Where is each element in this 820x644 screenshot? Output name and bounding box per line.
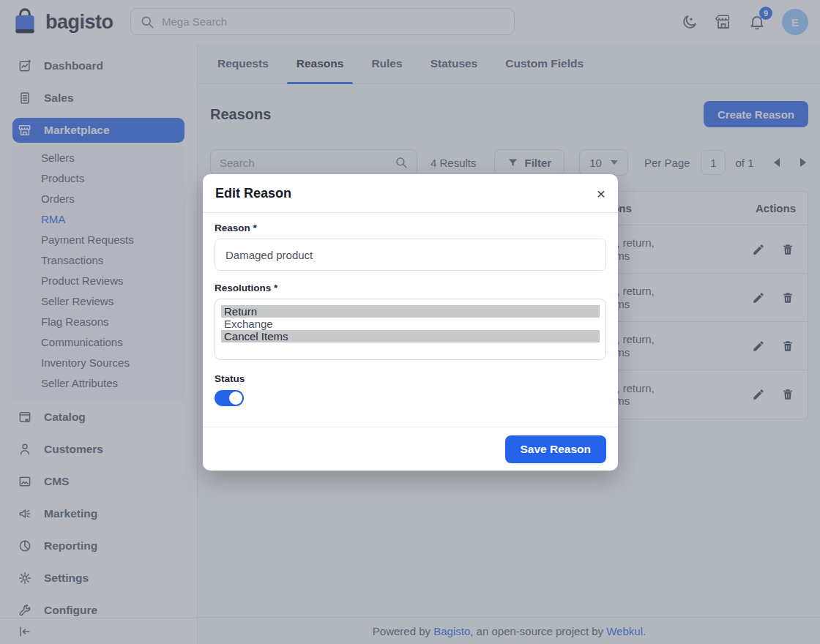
resolutions-label: Resolutions * xyxy=(215,282,606,293)
reason-label: Reason * xyxy=(215,222,606,233)
reason-input[interactable] xyxy=(215,239,606,271)
save-reason-button[interactable]: Save Reason xyxy=(505,435,607,463)
option-cancel-items[interactable]: Cancel Items xyxy=(221,330,600,342)
close-icon[interactable]: × xyxy=(597,186,605,201)
option-exchange[interactable]: Exchange xyxy=(221,318,600,330)
edit-reason-modal: Edit Reason × Reason * Resolutions * Ret… xyxy=(203,174,618,471)
status-label: Status xyxy=(215,373,606,384)
toggle-knob xyxy=(229,392,242,405)
status-toggle[interactable] xyxy=(215,390,244,406)
option-return[interactable]: Return xyxy=(221,305,600,318)
modal-title: Edit Reason xyxy=(215,186,291,201)
resolutions-multiselect[interactable]: Return Exchange Cancel Items xyxy=(215,299,606,360)
